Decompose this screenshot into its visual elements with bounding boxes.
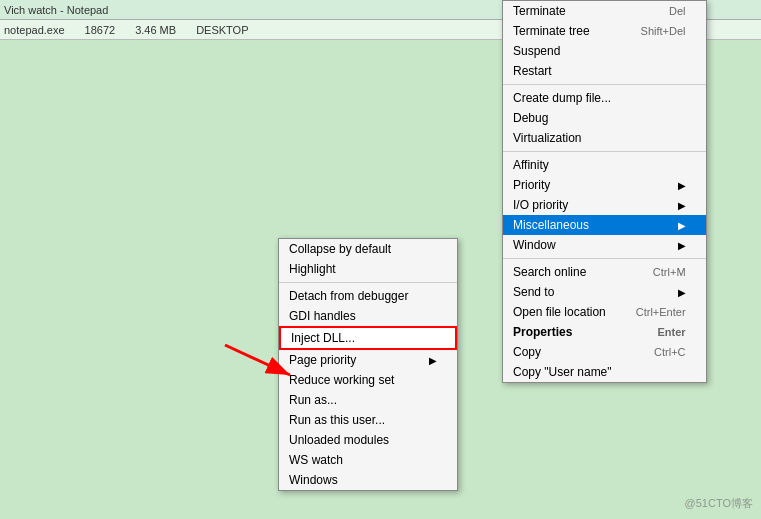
menu-label-debug: Debug (513, 111, 548, 125)
menu-item-create-dump[interactable]: Create dump file... (503, 88, 706, 108)
menu-label-ws-watch: WS watch (289, 453, 343, 467)
submenu-arrow-send-to: ▶ (678, 287, 686, 298)
menu-item-unloaded-modules[interactable]: Unloaded modules (279, 430, 457, 450)
menu-item-windows[interactable]: Windows (279, 470, 457, 490)
menu-item-debug[interactable]: Debug (503, 108, 706, 128)
menu-label-detach-debugger: Detach from debugger (289, 289, 408, 303)
menu-label-highlight: Highlight (289, 262, 336, 276)
submenu-arrow-miscellaneous: ▶ (678, 220, 686, 231)
menu-label-properties: Properties (513, 325, 572, 339)
separator (503, 258, 706, 259)
menu-label-io-priority: I/O priority (513, 198, 568, 212)
menu-label-virtualization: Virtualization (513, 131, 581, 145)
menu-item-page-priority[interactable]: Page priority▶ (279, 350, 457, 370)
menu-item-affinity[interactable]: Affinity (503, 155, 706, 175)
menu-label-unloaded-modules: Unloaded modules (289, 433, 389, 447)
menu-item-io-priority[interactable]: I/O priority▶ (503, 195, 706, 215)
submenu-arrow-io-priority: ▶ (678, 200, 686, 211)
left-context-menu: Collapse by defaultHighlightDetach from … (278, 238, 458, 491)
submenu-arrow-page-priority: ▶ (429, 355, 437, 366)
process-pid: 18672 (85, 24, 116, 36)
shortcut-open-file-location: Ctrl+Enter (636, 306, 686, 318)
menu-label-miscellaneous: Miscellaneous (513, 218, 589, 232)
menu-item-priority[interactable]: Priority▶ (503, 175, 706, 195)
menu-item-properties[interactable]: PropertiesEnter (503, 322, 706, 342)
menu-item-gdi-handles[interactable]: GDI handles (279, 306, 457, 326)
menu-label-terminate-tree: Terminate tree (513, 24, 590, 38)
menu-item-copy-username[interactable]: Copy "User name" (503, 362, 706, 382)
menu-item-virtualization[interactable]: Virtualization (503, 128, 706, 148)
menu-item-terminate[interactable]: TerminateDel (503, 1, 706, 21)
submenu-arrow-priority: ▶ (678, 180, 686, 191)
menu-item-terminate-tree[interactable]: Terminate treeShift+Del (503, 21, 706, 41)
menu-label-run-as-user: Run as this user... (289, 413, 385, 427)
menu-label-gdi-handles: GDI handles (289, 309, 356, 323)
shortcut-properties: Enter (657, 326, 685, 338)
menu-label-window: Window (513, 238, 556, 252)
separator (503, 151, 706, 152)
shortcut-copy: Ctrl+C (654, 346, 685, 358)
process-desktop: DESKTOP (196, 24, 248, 36)
menu-label-priority: Priority (513, 178, 550, 192)
menu-label-affinity: Affinity (513, 158, 549, 172)
menu-item-suspend[interactable]: Suspend (503, 41, 706, 61)
menu-item-collapse-by-default[interactable]: Collapse by default (279, 239, 457, 259)
menu-item-miscellaneous[interactable]: Miscellaneous▶ (503, 215, 706, 235)
menu-item-ws-watch[interactable]: WS watch (279, 450, 457, 470)
menu-item-inject-dll[interactable]: Inject DLL... (279, 326, 457, 350)
menu-label-copy: Copy (513, 345, 541, 359)
separator (503, 84, 706, 85)
menu-item-restart[interactable]: Restart (503, 61, 706, 81)
watermark: @51CTO博客 (685, 496, 753, 511)
menu-label-inject-dll: Inject DLL... (291, 331, 355, 345)
menu-label-open-file-location: Open file location (513, 305, 606, 319)
menu-label-search-online: Search online (513, 265, 586, 279)
submenu-arrow-window: ▶ (678, 240, 686, 251)
menu-label-create-dump: Create dump file... (513, 91, 611, 105)
menu-item-search-online[interactable]: Search onlineCtrl+M (503, 262, 706, 282)
shortcut-terminate: Del (669, 5, 686, 17)
menu-item-window[interactable]: Window▶ (503, 235, 706, 255)
menu-label-run-as: Run as... (289, 393, 337, 407)
title-text: Vich watch - Notepad (4, 4, 108, 16)
process-memory: 3.46 MB (135, 24, 176, 36)
menu-label-terminate: Terminate (513, 4, 566, 18)
menu-item-send-to[interactable]: Send to▶ (503, 282, 706, 302)
menu-label-send-to: Send to (513, 285, 554, 299)
menu-item-run-as-user[interactable]: Run as this user... (279, 410, 457, 430)
menu-item-run-as[interactable]: Run as... (279, 390, 457, 410)
menu-label-suspend: Suspend (513, 44, 560, 58)
shortcut-terminate-tree: Shift+Del (641, 25, 686, 37)
menu-item-open-file-location[interactable]: Open file locationCtrl+Enter (503, 302, 706, 322)
menu-label-page-priority: Page priority (289, 353, 356, 367)
process-name: notepad.exe (4, 24, 65, 36)
right-context-menu: TerminateDelTerminate treeShift+DelSuspe… (502, 0, 707, 383)
menu-label-reduce-working-set: Reduce working set (289, 373, 394, 387)
menu-label-restart: Restart (513, 64, 552, 78)
menu-item-detach-debugger[interactable]: Detach from debugger (279, 286, 457, 306)
separator (279, 282, 457, 283)
menu-label-copy-username: Copy "User name" (513, 365, 612, 379)
menu-item-highlight[interactable]: Highlight (279, 259, 457, 279)
menu-item-reduce-working-set[interactable]: Reduce working set (279, 370, 457, 390)
menu-label-collapse-by-default: Collapse by default (289, 242, 391, 256)
menu-item-copy[interactable]: CopyCtrl+C (503, 342, 706, 362)
shortcut-search-online: Ctrl+M (653, 266, 686, 278)
menu-label-windows: Windows (289, 473, 338, 487)
